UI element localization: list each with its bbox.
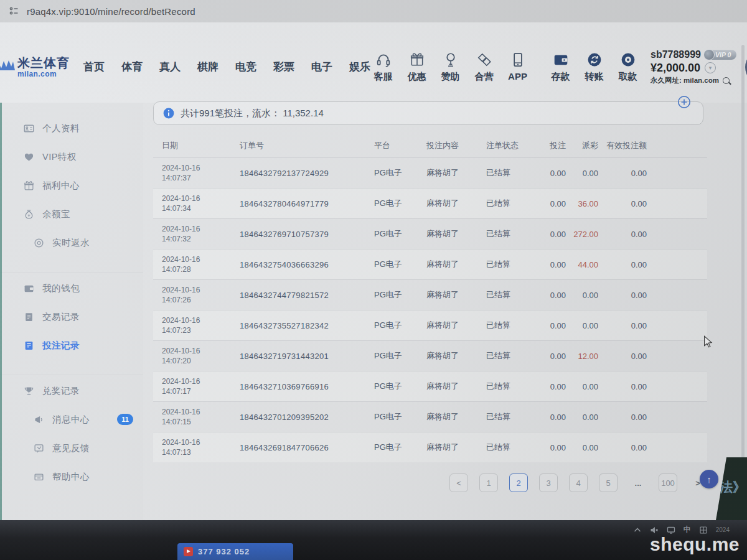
payout-amount: 0.00	[568, 169, 601, 178]
vip-heart-icon	[24, 152, 34, 162]
bet-date: 2024-10-16	[162, 224, 231, 234]
table-row[interactable]: 2024-10-16 14:07:26 1846432744779821572 …	[153, 279, 707, 310]
payout-amount: 272.00	[568, 230, 601, 239]
bet-datetime: 2024-10-16 14:07:32	[153, 224, 231, 244]
browser-url-bar[interactable]: r9aq4x.vip:9010/mine/record/betRecord	[0, 0, 747, 23]
nav-item[interactable]: 电竞	[235, 60, 256, 74]
page-button[interactable]: 4	[569, 474, 588, 492]
table-row[interactable]: 2024-10-16 14:07:28 1846432754036663296 …	[153, 249, 707, 279]
sidebar-item[interactable]: 交易记录	[0, 302, 143, 331]
bet-status: 已结算	[477, 198, 537, 209]
url-text[interactable]: r9aq4x.vip:9010/mine/record/betRecord	[27, 6, 195, 17]
order-number: 1846432744779821572	[231, 291, 365, 300]
watermark: shequ.me	[650, 534, 740, 555]
withdraw-icon	[620, 52, 636, 68]
order-number: 1846432719731443201	[231, 352, 365, 361]
bet-amount: 0.00	[537, 382, 568, 391]
sidebar-item[interactable]: 兑奖记录	[0, 375, 143, 405]
table-row[interactable]: 2024-10-16 14:07:17 1846432710369766916 …	[153, 371, 707, 401]
sidebar-item[interactable]: 福利中心	[0, 171, 143, 200]
quick-action[interactable]: APP	[505, 52, 530, 82]
screen: r9aq4x.vip:9010/mine/record/betRecord 米兰…	[0, 0, 747, 560]
sidebar-item[interactable]: VIP特权	[0, 142, 143, 171]
sidebar-item[interactable]: 我的钱包	[0, 272, 143, 302]
logo-icon	[0, 58, 15, 77]
sidebar-item[interactable]: 个人资料	[0, 114, 143, 142]
username[interactable]: sb7788999	[651, 49, 701, 60]
expand-plus-icon[interactable]	[677, 95, 691, 109]
quick-action[interactable]: 优惠	[404, 52, 430, 83]
sidebar-item[interactable]: 意见反馈	[0, 434, 143, 462]
nav-item[interactable]: 娱乐	[349, 60, 370, 74]
sidebar-item[interactable]: 实时返水	[0, 228, 143, 257]
page-button[interactable]: ...	[629, 474, 647, 492]
bet-amount: 0.00	[537, 352, 568, 361]
back-to-top-button[interactable]: ↑	[700, 470, 718, 488]
bet-time: 14:07:20	[162, 356, 231, 366]
quick-action[interactable]: 转账	[581, 52, 607, 83]
bet-status: 已结算	[477, 381, 537, 392]
search-icon[interactable]	[723, 77, 730, 84]
table-row[interactable]: 2024-10-16 14:07:34 1846432780464971779 …	[153, 188, 707, 218]
sidebar-item[interactable]: 消息中心 11	[0, 405, 143, 434]
table-row[interactable]: 2024-10-16 14:07:15 1846432701209395202 …	[153, 401, 707, 432]
quick-actions: 客服 优惠 赞助 合营 APP 存款 转账 取款	[370, 52, 641, 83]
table-row[interactable]: 2024-10-16 14:07:13 1846432691847706626 …	[153, 432, 707, 462]
page-button[interactable]: 2	[509, 474, 528, 492]
page-button[interactable]: 1	[479, 474, 498, 492]
quick-action[interactable]: 合营	[471, 52, 497, 83]
profile-tab-icon	[9, 6, 20, 17]
table-row[interactable]: 2024-10-16 14:07:20 1846432719731443201 …	[153, 340, 707, 371]
sidebar-item[interactable]: 帮助中心	[0, 462, 143, 491]
transaction-icon	[24, 312, 34, 322]
tray-chevron-icon[interactable]	[633, 526, 642, 534]
page-button[interactable]: 5	[599, 474, 618, 492]
nav-item[interactable]: 体育	[121, 60, 143, 74]
quick-action[interactable]: 存款	[548, 52, 573, 83]
volume-muted-icon[interactable]	[650, 526, 659, 534]
balance-dropdown-icon[interactable]: ▾	[705, 62, 716, 73]
prev-page-button[interactable]: <	[449, 474, 468, 492]
valid-bet-amount: 0.00	[601, 230, 649, 239]
bet-date: 2024-10-16	[162, 407, 231, 417]
display-icon[interactable]	[667, 526, 675, 534]
nav-item[interactable]: 真人	[159, 60, 181, 74]
page-button[interactable]: 100	[659, 474, 677, 492]
table-row[interactable]: 2024-10-16 14:07:32 1846432769710757379 …	[153, 218, 707, 249]
platform: PG电子	[365, 167, 418, 179]
grid-icon[interactable]	[699, 526, 708, 534]
quick-action[interactable]: 赞助	[438, 52, 463, 83]
table-header: 日期 订单号 平台 投注内容 注单状态 投注 派彩 有效投注额	[153, 134, 707, 157]
partnership-icon	[476, 52, 492, 68]
nav-item[interactable]: 彩票	[273, 60, 294, 74]
nav-item[interactable]: 首页	[83, 60, 105, 74]
sidebar-item[interactable]: 余额宝	[0, 200, 143, 228]
bet-time: 14:07:28	[162, 264, 231, 274]
table-row[interactable]: 2024-10-16 14:07:23 1846432735527182342 …	[153, 310, 707, 340]
bet-content: 麻将胡了	[418, 381, 477, 392]
rebate-icon	[34, 238, 44, 248]
summary-bar: 共计991笔投注，流水： 11,352.14	[153, 101, 703, 125]
sidebar-item[interactable]: 投注记录	[0, 331, 143, 360]
bet-datetime: 2024-10-16 14:07:13	[153, 437, 231, 457]
bet-amount: 0.00	[537, 321, 568, 330]
nav-item[interactable]: 棋牌	[197, 60, 218, 74]
bet-amount: 0.00	[537, 291, 568, 300]
payout-amount: 0.00	[568, 382, 601, 391]
page-button[interactable]: 3	[539, 474, 558, 492]
bet-status: 已结算	[477, 350, 537, 362]
payout-amount: 44.00	[568, 260, 601, 269]
quick-action[interactable]: 客服	[370, 52, 396, 83]
site-logo[interactable]: 米兰体育 milan.com	[0, 57, 70, 78]
scrollbar[interactable]	[741, 45, 745, 515]
quick-action[interactable]: 取款	[615, 52, 641, 83]
bet-date: 2024-10-16	[162, 376, 231, 386]
message-icon	[34, 414, 44, 425]
nav-item[interactable]: 电子	[311, 60, 332, 74]
table-row[interactable]: 2024-10-16 14:07:37 1846432792137724929 …	[153, 157, 707, 188]
column-header: 投注内容	[418, 140, 477, 151]
platform: PG电子	[365, 320, 418, 331]
prize-icon	[24, 386, 34, 396]
permanent-url-label: 永久网址: milan.com	[651, 76, 719, 85]
bet-content: 麻将胡了	[418, 198, 477, 209]
